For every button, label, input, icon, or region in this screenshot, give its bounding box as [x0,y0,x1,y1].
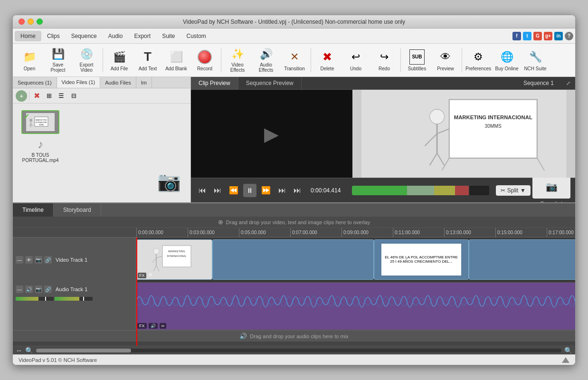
panel-detail-btn[interactable]: ⊟ [68,91,79,101]
delete-button[interactable]: ✖ Delete [313,46,341,75]
scrollbar-thumb[interactable] [36,349,131,352]
audio-loop-btn[interactable]: ∞ [160,323,166,329]
scroll-up-btn[interactable] [562,357,569,363]
nch-suite-button[interactable]: 🔧 NCH Suite [522,46,549,75]
save-project-button[interactable]: 💾 Save Project [44,46,72,75]
record-button[interactable]: Record [191,46,218,75]
preview-header: Clip Preview Sequence Preview Sequence 1… [191,77,575,90]
split-dropdown-icon[interactable]: ▼ [520,187,526,194]
zoom-out-btn[interactable]: 🔍 [25,347,33,354]
googleplus-icon[interactable]: g+ [544,32,552,40]
maximize-button[interactable] [37,19,43,25]
twitter-icon[interactable]: t [523,32,531,40]
scroll-left-btn[interactable]: ↔ [16,347,22,354]
video-track-clips[interactable]: MARKETING INTERNACIONAL ⚙ [136,238,575,282]
menu-sequence[interactable]: Sequence [66,31,103,41]
clip-fx-1[interactable]: FX [138,273,146,278]
audio-mute-btn[interactable]: 🔊 [25,285,33,293]
facebook-icon[interactable]: f [512,32,521,40]
track-collapse-btn[interactable]: — [16,256,23,264]
addfile-label: Add File [111,66,128,71]
redo-button[interactable]: ↪ Redo [370,46,398,75]
track-link-btn[interactable]: 🔗 [44,256,52,264]
rewind-button[interactable]: ⏪ [226,184,241,197]
video-clip-3[interactable]: EL 46% DE LA POL ACCOMPTME ENTRE 25 I 49… [374,239,469,280]
pause-button[interactable]: ⏸ [243,184,256,197]
video-clip-2[interactable] [212,239,374,280]
tab-storyboard[interactable]: Storyboard [54,203,101,217]
panel-add-btn[interactable]: + [16,90,27,102]
subtitles-icon: SUB [409,49,425,65]
split-icon: ✂ [501,187,505,194]
menu-suite[interactable]: Suite [156,31,180,41]
add-text-button[interactable]: T Add Text [134,46,161,75]
menu-audio[interactable]: Audio [103,31,129,41]
track-eye-btn[interactable]: 👁 [25,256,33,264]
menu-export[interactable]: Export [128,31,156,41]
close-button[interactable] [19,19,25,25]
preview-button[interactable]: 👁 Preview [432,46,459,75]
next-frame-button[interactable]: ⏭ [275,184,289,197]
undo-button[interactable]: ↩ Undo [342,46,370,75]
help-icon[interactable]: ? [565,32,573,40]
audio-track: — 🔊 📷 🔗 Audio Track 1 [13,283,575,330]
menu-clips[interactable]: Clips [41,31,66,41]
video-file-item[interactable]: ✓ MARKETING INTERNACIONAL 30MMS [17,107,64,166]
audio-bar-marker-2 [83,297,84,301]
forward-button[interactable]: ⏩ [258,184,274,197]
video-clip-1[interactable]: MARKETING INTERNACIONAL ⚙ [136,239,212,280]
audio-volume-btn[interactable]: 🔊 [149,323,158,329]
track-camera-btn[interactable]: 📷 [35,256,42,264]
zoom-in-btn[interactable]: 🔍 [564,347,572,354]
ruler-7: 0:15:00.000 [495,228,547,238]
delete-label: Delete [321,66,334,71]
panel-list-btn[interactable]: ☰ [56,91,66,101]
preferences-icon: ⚙ [471,49,486,65]
skip-end-button[interactable]: ⏭ [291,184,304,197]
audio-link-btn[interactable]: 🔗 [44,285,52,293]
audio-fx-button[interactable]: FX [137,323,147,329]
export-video-button[interactable]: 💿 Export Video [73,46,100,75]
linkedin-icon[interactable]: in [554,32,563,40]
panel-thumb-btn[interactable]: ⊞ [44,91,54,101]
audio-fx-row: FX 🔊 ∞ [137,323,166,329]
tab-timeline[interactable]: Timeline [13,203,54,217]
vol-yellow [434,186,455,195]
scrollbar-track[interactable] [36,349,561,352]
add-file-button[interactable]: 🎬 Add File [105,46,133,75]
audio-collapse-btn[interactable]: — [16,285,23,293]
skip-start-button[interactable]: ⏮ [196,184,209,197]
panel-sep [29,92,29,100]
video-effects-button[interactable]: ✨ Video Effects [224,46,251,75]
panel-delete-btn[interactable]: ✖ [31,91,42,101]
vol-red [455,186,469,195]
vol-empty [470,186,489,195]
tab-images[interactable]: Im [136,77,152,88]
window-controls[interactable] [19,19,43,25]
tab-clip-preview[interactable]: Clip Preview [191,77,238,89]
svg-text:30MMS: 30MMS [484,124,502,129]
tab-sequences[interactable]: Sequences (1) [13,77,57,88]
buy-online-button[interactable]: 🌐 Buy Online [493,46,521,75]
preferences-button[interactable]: ⚙ Preferences [465,46,492,75]
tab-sequence-preview[interactable]: Sequence Preview [238,77,302,89]
open-button[interactable]: 📁 Open [16,46,43,75]
subtitles-button[interactable]: SUB Subtitles [403,46,431,75]
audio-cam-btn[interactable]: 📷 [35,285,42,293]
tab-audio-files[interactable]: Audio Files [100,77,136,88]
google-icon[interactable]: G [533,32,542,40]
export-icon: 💿 [79,48,94,61]
menu-home[interactable]: Home [15,31,41,41]
prev-frame-button[interactable]: ⏭ [211,184,224,197]
audio-effects-button[interactable]: 🔊 Audio Effects [252,46,280,75]
audio-track-clips[interactable]: FX 🔊 ∞ [136,283,575,330]
tab-video-files[interactable]: Video Files (1) [57,77,101,88]
expand-button[interactable]: ⤢ [561,77,575,89]
video-clip-4[interactable] [469,239,575,280]
snapshot-button[interactable]: 📷 [532,175,570,199]
split-button[interactable]: ✂ Split ▼ [496,185,531,196]
transition-button[interactable]: ✕ Transition [281,46,308,75]
minimize-button[interactable] [28,19,34,25]
add-blank-button[interactable]: ⬜ Add Blank [162,46,190,75]
menu-custom[interactable]: Custom [180,31,211,41]
